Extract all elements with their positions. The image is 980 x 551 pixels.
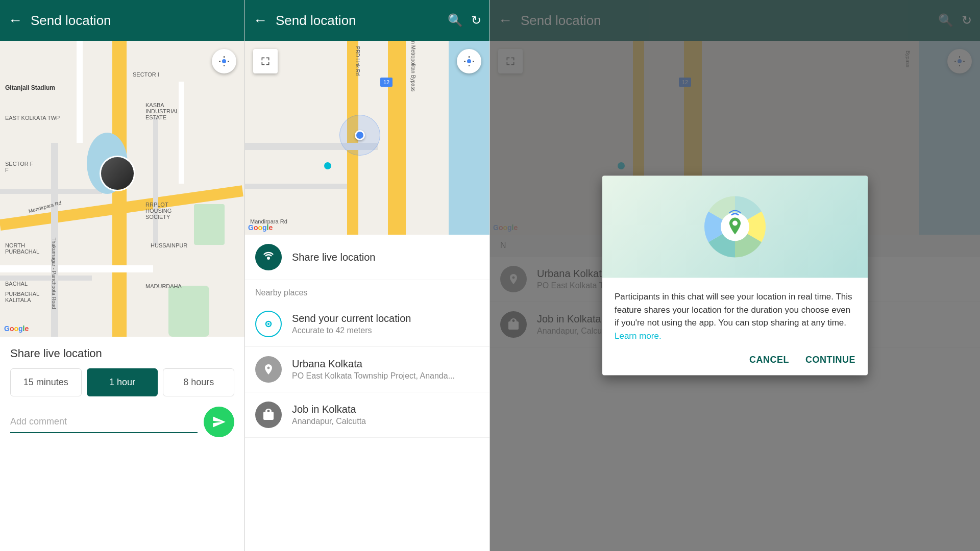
panel1-title: Send location [31,13,236,29]
road-vert-3 [153,117,158,245]
urbana-item[interactable]: Urbana Kolkata PO East Kolkata Township … [245,347,489,392]
map-label-hussainpur: HUSSAINPUR [151,242,187,248]
nearby-places-label: Nearby places [245,280,489,302]
job-subtitle: Anandapur, Calcutta [292,417,479,426]
duration-buttons: 15 minutes 1 hour 8 hours [10,368,234,396]
panel2-map: Eastern Metropolitan Bypass PRD Link Rd … [245,41,489,235]
location-button-2[interactable] [457,49,481,73]
p2-green-dot [324,162,331,169]
share-live-title: Share live location [10,347,234,360]
panel1-map: Gitanjali Stadium SECTOR I EAST KOLKATA … [0,41,244,337]
back-button-1[interactable]: ← [8,12,22,29]
svg-point-2 [267,257,270,260]
panel2-title: Send location [276,13,439,29]
svg-point-4 [267,323,270,325]
map-label-north-purb: NORTHPURBACHAL [5,242,39,255]
duration-15min[interactable]: 15 minutes [10,368,82,396]
location-button-1[interactable] [212,49,236,73]
search-icon-2[interactable]: 🔍 [448,13,463,28]
job-icon [255,402,282,428]
dialog-image [602,176,868,278]
panel-2: ← Send location 🔍 ↻ Eastern Metropolitan… [245,0,490,551]
dialog-text: Participants in this chat will see your … [615,290,855,342]
panel2-list: Share live location Nearby places Send y… [245,235,489,438]
map-label-purbachal: PURBACHALKALITALA [5,291,39,303]
map-label-stadium: Gitanjali Stadium [5,84,55,91]
map-label-sector1: SECTOR I [133,71,159,78]
urbana-text: Urbana Kolkata PO East Kolkata Township … [292,358,479,381]
panel-1: ← Send location Gitanjali Stadium SECTOR… [0,0,245,551]
panel1-header: ← Send location [0,0,244,41]
p2-road-1 [388,41,406,235]
refresh-icon-2[interactable]: ↻ [471,13,481,28]
p2-road-h2 [245,184,347,189]
road-horiz-3 [0,276,92,281]
current-location-icon [255,311,282,337]
dialog-illustration [694,191,776,263]
job-title: Job in Kolkata [292,404,479,415]
expand-button-2[interactable] [253,49,278,73]
share-live-icon [255,244,282,270]
current-location-text: Send your current location Accurate to 4… [292,313,479,335]
job-item[interactable]: Job in Kolkata Anandapur, Calcutta [245,392,489,438]
map-label-ekt: EAST KOLKATA TWP [5,115,60,121]
map-green-2 [194,204,225,245]
map-label-rrplot: RRPLOTHOUSINGSOCIETY [145,202,172,220]
urbana-title: Urbana Kolkata [292,358,479,370]
panel-3: ← Send location 🔍 ↻ 12 Bypass [490,0,980,551]
road-vert-5 [179,82,184,184]
p2-road-label-prd: PRD Link Rd [355,46,360,76]
share-live-text: Share live location [292,252,479,263]
map-label-madurdaha: MADURDAHA [145,283,182,289]
duration-1hour[interactable]: 1 hour [87,368,158,396]
panel1-bottom: Share live location 15 minutes 1 hour 8 … [0,337,244,447]
urbana-icon [255,356,282,383]
map-label-sector-f: SECTOR FF [5,161,33,173]
dialog-body: Participants in this chat will see your … [602,278,868,346]
p2-map-badge: 12 [380,78,393,87]
share-live-item[interactable]: Share live location [245,235,489,280]
road-vert-4 [77,41,83,143]
google-logo-2: Google [248,223,273,232]
map-green-1 [168,286,209,337]
current-location-title: Send your current location [292,313,479,324]
share-live-label: Share live location [292,252,479,263]
map-label-kasba: KASBAINDUSTRIALESTATE [145,102,179,120]
p2-blue-dot [355,130,365,140]
urbana-subtitle: PO East Kolkata Township Project, Ananda… [292,371,479,381]
p2-road-label-bypass: Eastern Metropolitan Bypass [411,41,416,91]
google-logo-1: Google [4,324,29,333]
back-button-2[interactable]: ← [253,12,267,29]
dialog-actions: CANCEL CONTINUE [602,346,868,375]
user-avatar-map [100,156,135,191]
map-label-bachal: BACHAL [5,281,28,287]
road-horiz-2 [0,189,102,194]
dialog-body-text: Participants in this chat will see your … [615,292,852,328]
road-horiz-1 [0,265,153,272]
send-button[interactable] [204,407,234,437]
svg-point-1 [467,59,471,63]
share-location-dialog: Participants in this chat will see your … [602,176,868,375]
panel2-header: ← Send location 🔍 ↻ [245,0,489,41]
p2-mandirpara-label: Mandirpara Rd [250,218,287,224]
dialog-learn-more-link[interactable]: Learn more. [615,331,662,340]
svg-point-0 [222,59,226,63]
map-label-thakur: Thakurnagar - Panchpota Road [51,238,57,309]
continue-button[interactable]: CONTINUE [805,355,855,365]
current-location-subtitle: Accurate to 42 meters [292,326,479,335]
cancel-button[interactable]: CANCEL [749,355,789,365]
svg-point-7 [732,221,738,226]
comment-input[interactable] [10,411,198,433]
current-location-item[interactable]: Send your current location Accurate to 4… [245,302,489,347]
comment-area [10,407,234,437]
duration-8hours[interactable]: 8 hours [163,368,234,396]
job-text: Job in Kolkata Anandapur, Calcutta [292,404,479,426]
